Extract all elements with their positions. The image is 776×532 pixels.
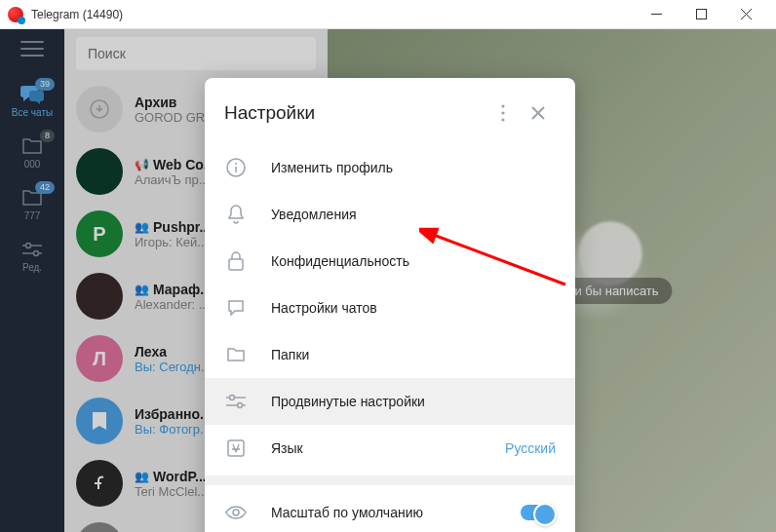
setting-scale: Масштаб по умолчанию (205, 489, 575, 532)
chat-name: 👥Pushpr... (135, 219, 211, 235)
rail-label: 777 (24, 210, 41, 221)
chat-name: 👥WordP... (135, 469, 208, 484)
svg-point-7 (501, 118, 504, 121)
chat-icon (224, 296, 248, 320)
sliders-icon (19, 239, 45, 260)
rail-folder-777[interactable]: 42 777 (0, 181, 64, 227)
setting-folders[interactable]: Папки (205, 331, 575, 378)
chat-subtitle: Вы: Фотогр... (135, 422, 212, 437)
archive-icon (76, 86, 123, 133)
info-icon (224, 156, 248, 179)
folder-icon (224, 343, 248, 366)
rail-all-chats[interactable]: 39 Все чаты (0, 78, 64, 124)
avatar: Л (76, 335, 123, 382)
badge: 8 (40, 130, 55, 142)
group-icon: 👥 (135, 220, 149, 234)
maximize-button[interactable] (679, 0, 723, 29)
setting-label: Папки (271, 347, 556, 362)
sliders-icon (224, 390, 248, 413)
setting-advanced[interactable]: Продвинутые настройки (205, 378, 575, 425)
menu-button[interactable] (20, 39, 44, 58)
chat-name: 📢Web Co... (135, 157, 215, 172)
close-modal-button[interactable] (521, 95, 556, 131)
rail-edit[interactable]: Ред. (0, 233, 64, 279)
svg-point-11 (230, 396, 235, 400)
svg-point-5 (501, 104, 504, 107)
divider (205, 475, 575, 485)
svg-rect-10 (229, 259, 243, 270)
megaphone-icon: 📢 (135, 158, 149, 171)
lock-icon (224, 249, 248, 273)
chat-subtitle: Alexander: ... (135, 297, 212, 312)
svg-rect-0 (696, 10, 706, 19)
app-icon (8, 7, 23, 22)
eye-icon (224, 501, 248, 524)
rail-folder-000[interactable]: 8 000 (0, 130, 64, 175)
setting-language[interactable]: Язык Русский (205, 425, 575, 472)
chat-subtitle: Вы: Сегодн... (135, 360, 212, 374)
setting-edit-profile[interactable]: Изменить профиль (205, 144, 575, 191)
setting-label: Язык (271, 440, 482, 456)
window-titlebar: Telegram (14490) (0, 0, 776, 29)
avatar (76, 273, 123, 320)
chat-name: Избранно... (135, 406, 212, 422)
svg-point-6 (501, 111, 504, 114)
setting-label: Изменить профиль (271, 160, 556, 175)
bell-icon (224, 203, 248, 226)
more-button[interactable] (485, 95, 521, 131)
group-icon: 👥 (135, 283, 149, 296)
avatar: P (76, 210, 123, 257)
avatar (76, 522, 123, 532)
setting-value: Русский (505, 440, 556, 456)
chat-name: 👥Мараф... (135, 282, 212, 297)
svg-point-9 (235, 163, 237, 165)
svg-point-12 (238, 403, 243, 408)
chat-name: Леха (135, 344, 212, 360)
window-title: Telegram (14490) (31, 8, 123, 21)
badge: 42 (35, 181, 55, 194)
svg-point-2 (34, 251, 39, 256)
settings-modal: Настройки Изменить профиль Уведомления К… (205, 78, 575, 532)
rail-label: Все чаты (12, 107, 53, 118)
setting-notifications[interactable]: Уведомления (205, 191, 575, 238)
archive-title: Архив (135, 95, 215, 110)
group-icon: 👥 (135, 470, 149, 483)
svg-point-1 (26, 244, 31, 248)
setting-label: Продвинутые настройки (271, 394, 556, 409)
setting-label: Настройки чатов (271, 300, 556, 316)
setting-chat-settings[interactable]: Настройки чатов (205, 285, 575, 331)
chat-subtitle: АлаичЪ пр... (135, 172, 215, 187)
chat-subtitle: Teri McClel... (135, 484, 208, 499)
setting-label: Конфиденциальность (271, 253, 556, 269)
avatar (76, 460, 123, 507)
archive-subtitle: GOROD GR... (135, 110, 215, 125)
language-icon (224, 437, 248, 460)
svg-point-14 (233, 510, 239, 515)
close-button[interactable] (723, 0, 768, 29)
rail-label: Ред. (22, 262, 42, 273)
svg-rect-13 (228, 440, 244, 456)
rail-label: 000 (24, 159, 41, 170)
scale-toggle[interactable] (521, 505, 556, 520)
avatar (76, 398, 123, 444)
setting-privacy[interactable]: Конфиденциальность (205, 238, 575, 285)
setting-label: Масштаб по умолчанию (271, 505, 497, 520)
chat-subtitle: Игорь: Кей... (135, 235, 211, 249)
modal-title: Настройки (224, 102, 315, 124)
badge: 39 (35, 78, 55, 91)
avatar (76, 148, 123, 195)
setting-label: Уведомления (271, 207, 556, 222)
minimize-button[interactable] (634, 0, 679, 29)
folder-rail: 39 Все чаты 8 000 42 777 Ред. (0, 29, 64, 532)
search-input[interactable] (76, 37, 316, 70)
